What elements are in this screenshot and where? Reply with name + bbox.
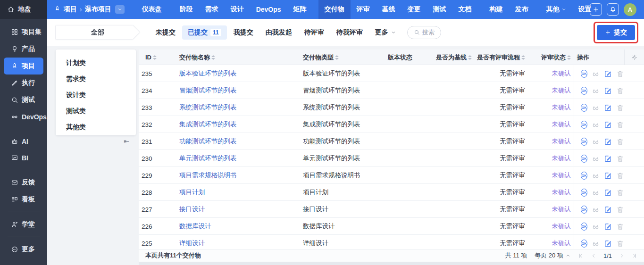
deliverable-name-link[interactable]: 项目需求规格说明书 (179, 172, 237, 179)
scope-tab-all[interactable]: 全部 (56, 25, 140, 40)
pagination-first-button[interactable] (578, 253, 584, 259)
column-header-6[interactable]: 是否有评审流程 (475, 50, 528, 65)
edit-icon[interactable] (604, 87, 612, 95)
topbar-menu-review[interactable]: 评审 (351, 0, 376, 19)
topbar-menu-devops[interactable]: DevOps (250, 0, 287, 19)
confirm-ok-icon[interactable]: OK (581, 155, 587, 163)
confirm-ok-icon[interactable]: OK (581, 121, 587, 129)
preview-glasses-icon[interactable] (592, 138, 600, 146)
delete-icon[interactable] (616, 70, 624, 78)
topbar-menu-stage[interactable]: 阶段 (174, 0, 199, 19)
topbar-menu-other[interactable]: 其他 (540, 0, 572, 19)
preview-glasses-icon[interactable] (592, 121, 600, 129)
edit-icon[interactable] (604, 155, 612, 163)
edit-icon[interactable] (604, 189, 612, 197)
delete-icon[interactable] (616, 223, 624, 231)
delete-icon[interactable] (616, 138, 624, 146)
preview-glasses-icon[interactable] (592, 206, 600, 214)
confirm-ok-icon[interactable]: OK (581, 104, 587, 112)
edit-icon[interactable] (604, 240, 612, 248)
project-switcher-caret[interactable] (115, 5, 125, 14)
topbar-menu-baseline[interactable]: 基线 (376, 0, 401, 19)
deliverable-name-link[interactable]: 系统测试环节的列表 (179, 104, 237, 111)
topbar-menu-story[interactable]: 需求 (199, 0, 225, 19)
topbar-menu-change[interactable]: 变更 (401, 0, 427, 19)
collapse-panel-button[interactable]: ⇤ (117, 135, 136, 147)
sidebar-item-school[interactable]: 学堂 (4, 216, 43, 233)
edit-icon[interactable] (604, 104, 612, 112)
user-avatar[interactable]: A (624, 3, 636, 16)
topbar-menu-deliverable[interactable]: 交付物 (318, 0, 351, 19)
delete-icon[interactable] (616, 240, 624, 248)
pagination-next-button[interactable] (619, 253, 625, 259)
delete-icon[interactable] (616, 206, 624, 214)
deliverable-name-link[interactable]: 单元测试环节的列表 (179, 155, 237, 162)
edit-icon[interactable] (604, 121, 612, 129)
preview-glasses-icon[interactable] (592, 172, 600, 180)
pagination-prev-button[interactable] (591, 253, 597, 259)
sidebar-item-feedback[interactable]: 反馈 (4, 174, 43, 191)
sidebar-item-execution[interactable]: 执行 (4, 75, 43, 91)
topbar-menu-design[interactable]: 设计 (225, 0, 250, 19)
filter-tab-unsubmitted[interactable]: 未提交 (150, 25, 181, 40)
deliverable-name-link[interactable]: 接口设计 (179, 206, 205, 213)
create-plus-button[interactable] (590, 3, 602, 16)
preview-glasses-icon[interactable] (592, 104, 600, 112)
per-page-selector[interactable]: 每页 20 项 (535, 251, 570, 260)
category-item-design[interactable]: 设计类 (56, 87, 136, 103)
notification-bell-button[interactable] (607, 3, 619, 16)
column-header-3[interactable]: 交付物类型 (300, 50, 385, 65)
sidebar-item-kanban[interactable]: 看板 (4, 191, 43, 208)
sidebar-item-project-set[interactable]: 项目集 (4, 24, 43, 41)
edit-icon[interactable] (604, 138, 612, 146)
column-header-1[interactable]: ID (139, 50, 176, 65)
confirm-ok-icon[interactable]: OK (581, 223, 587, 231)
sidebar-item-product[interactable]: 产品 (4, 41, 43, 58)
sidebar-item-test[interactable]: 测试 (4, 91, 43, 108)
sidebar-item-home[interactable]: 地盘 (0, 0, 47, 19)
search-input[interactable]: 搜索 (407, 26, 441, 39)
edit-icon[interactable] (604, 70, 612, 78)
confirm-ok-icon[interactable]: OK (581, 206, 587, 214)
deliverable-name-link[interactable]: 冒烟测试环节的列表 (179, 87, 237, 94)
preview-glasses-icon[interactable] (592, 189, 600, 197)
topbar-menu-matrix[interactable]: 矩阵 (287, 0, 313, 19)
filter-tab-submitted-by-me[interactable]: 我提交 (228, 25, 259, 40)
filter-tab-more[interactable]: 更多 (369, 25, 401, 40)
preview-glasses-icon[interactable] (592, 87, 600, 95)
delete-icon[interactable] (616, 121, 624, 129)
submit-deliverable-button[interactable]: 提交 (597, 25, 635, 40)
preview-glasses-icon[interactable] (592, 223, 600, 231)
topbar-menu-release[interactable]: 发布 (509, 0, 535, 19)
column-header-5[interactable]: 是否为基线 (435, 50, 475, 65)
sidebar-item-bi[interactable]: BI (4, 149, 43, 166)
breadcrumb[interactable]: 项目 › 瀑布项目 (54, 5, 125, 14)
deliverable-name-link[interactable]: 数据库设计 (179, 223, 211, 230)
filter-tab-initiated-by-me[interactable]: 由我发起 (260, 25, 298, 40)
confirm-ok-icon[interactable]: OK (581, 189, 587, 197)
column-header-2[interactable]: 交付物名称 (176, 50, 300, 65)
preview-glasses-icon[interactable] (592, 155, 600, 163)
topbar-menu-testing[interactable]: 测试 (427, 0, 452, 19)
deliverable-name-link[interactable]: 集成测试环节的列表 (179, 121, 237, 128)
deliverable-name-link[interactable]: 版本验证环节的列表 (179, 70, 237, 77)
confirm-ok-icon[interactable]: OK (581, 138, 587, 146)
filter-tab-submitted[interactable]: 已提交11 (182, 25, 227, 40)
filter-tab-pending-review[interactable]: 待评审 (299, 25, 330, 40)
preview-glasses-icon[interactable] (592, 70, 600, 78)
delete-icon[interactable] (616, 189, 624, 197)
deliverable-name-link[interactable]: 详细设计 (179, 240, 205, 247)
deliverable-name-link[interactable]: 功能测试环节的列表 (179, 138, 237, 145)
category-item-other[interactable]: 其他类 (56, 119, 136, 135)
category-item-plan[interactable]: 计划类 (56, 55, 136, 71)
category-item-requirement[interactable]: 需求类 (56, 71, 136, 87)
confirm-ok-icon[interactable]: OK (581, 70, 587, 78)
column-header-7[interactable]: 评审状态 (528, 50, 574, 65)
column-settings-gear-button[interactable] (624, 50, 644, 65)
delete-icon[interactable] (616, 155, 624, 163)
topbar-menu-dashboard[interactable]: 仪表盘 (136, 0, 168, 19)
pagination-last-button[interactable] (631, 253, 637, 259)
edit-icon[interactable] (604, 172, 612, 180)
sidebar-item-ai[interactable]: AI (4, 133, 43, 149)
edit-icon[interactable] (604, 223, 612, 231)
